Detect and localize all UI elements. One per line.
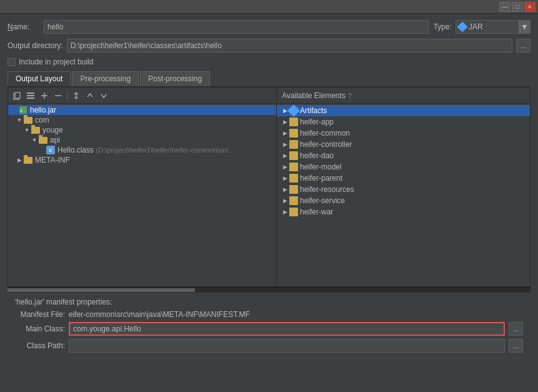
avail-label-artifacts: Artifacts <box>300 106 327 115</box>
svg-text:J: J <box>20 109 22 113</box>
close-button[interactable]: ✕ <box>524 2 536 12</box>
manifest-file-value: eifer-common\src\main\java\META-INF\MANI… <box>69 310 250 319</box>
avail-label-heifer-war: heifer-war <box>300 208 333 216</box>
module-icon-heifer-service <box>289 196 298 205</box>
avail-item-heifer-parent[interactable]: ▶ heifer-parent <box>277 173 530 184</box>
avail-item-heifer-common[interactable]: ▶ heifer-common <box>277 128 530 139</box>
tabs-bar: Output Layout Pre-processing Post-proces… <box>7 71 531 87</box>
avail-label-heifer-service: heifer-service <box>300 196 345 205</box>
avail-item-heifer-war[interactable]: ▶ heifer-war <box>277 206 530 218</box>
module-icon-heifer-parent <box>289 174 298 183</box>
tree-item-api[interactable]: ▼ api <box>8 135 276 145</box>
manifest-section: 'hello.jar' manifest properties: Manifes… <box>7 292 531 361</box>
class-path-input[interactable] <box>69 339 505 353</box>
folder-icon-api <box>38 136 48 144</box>
tree-arrow-api: ▼ <box>31 137 38 143</box>
type-section: Type: JAR ▼ <box>434 20 531 34</box>
type-dropdown-arrow[interactable]: ▼ <box>519 20 530 34</box>
tree-item-hello-jar[interactable]: J hello.jar <box>8 105 276 115</box>
sort-button[interactable] <box>70 89 82 102</box>
avail-label-heifer-parent: heifer-parent <box>300 174 342 183</box>
main-class-label: Main Class: <box>15 324 65 333</box>
move-down-button[interactable] <box>97 89 110 102</box>
module-icon-heifer-dao <box>289 151 298 160</box>
tree-arrow-youge: ▼ <box>23 127 31 133</box>
svg-rect-3 <box>27 95 34 96</box>
minimize-button[interactable]: — <box>499 2 511 12</box>
avail-label-heifer-controller: heifer-controller <box>300 140 352 149</box>
name-input[interactable] <box>44 20 429 34</box>
right-panel: Available Elements ? ▶ Artifacts ▶ heife… <box>277 88 530 286</box>
avail-item-heifer-model[interactable]: ▶ heifer-model <box>277 161 530 173</box>
heifer-model-arrow: ▶ <box>281 164 289 170</box>
include-build-row: Include in project build <box>7 58 531 66</box>
help-icon[interactable]: ? <box>348 92 352 99</box>
horizontal-scrollbar[interactable] <box>7 287 531 292</box>
svg-rect-1 <box>15 93 20 98</box>
available-elements-header: Available Elements ? <box>277 88 530 104</box>
class-icon: C <box>46 146 56 154</box>
output-dir-browse-button[interactable]: ... <box>516 39 531 53</box>
move-up-button[interactable] <box>84 89 96 102</box>
tab-pre-processing[interactable]: Pre-processing <box>72 71 139 86</box>
left-toolbar <box>8 88 276 104</box>
heifer-common-arrow: ▶ <box>281 130 289 136</box>
avail-label-heifer-common: heifer-common <box>300 129 350 138</box>
class-path-row: Class Path: ... <box>15 339 523 353</box>
main-class-browse-button[interactable]: ... <box>509 322 523 336</box>
available-elements-tree: ▶ Artifacts ▶ heifer-app ▶ heifer-common <box>277 104 530 286</box>
tree-item-meta-inf[interactable]: ▶ META-INF <box>8 155 276 165</box>
avail-item-heifer-controller[interactable]: ▶ heifer-controller <box>277 139 530 150</box>
avail-item-heifer-resources[interactable]: ▶ heifer-resources <box>277 184 530 195</box>
output-dir-label: Output directory: <box>7 41 63 50</box>
type-label: Type: <box>434 23 452 31</box>
title-bar: — □ ✕ <box>0 0 538 14</box>
tree-item-youge[interactable]: ▼ youge <box>8 125 276 135</box>
tree-arrow-meta-inf: ▶ <box>16 157 23 163</box>
left-panel: J hello.jar ▼ com ▼ <box>8 88 277 286</box>
remove-button[interactable] <box>52 89 64 102</box>
avail-item-heifer-app[interactable]: ▶ heifer-app <box>277 116 530 128</box>
avail-item-artifacts[interactable]: ▶ Artifacts <box>277 105 530 116</box>
tab-output-layout[interactable]: Output Layout <box>7 71 71 86</box>
avail-item-heifer-service[interactable]: ▶ heifer-service <box>277 195 530 206</box>
module-icon-heifer-war <box>289 208 298 216</box>
name-row: Name: Type: JAR ▼ <box>7 20 531 34</box>
type-select[interactable]: JAR ▼ <box>456 20 531 34</box>
jar-diamond-icon <box>457 22 468 33</box>
module-icon-heifer-controller <box>289 140 298 149</box>
tree-item-hello-class[interactable]: C Hello.class (D:\project\heifer1\heifer… <box>8 145 276 155</box>
heifer-parent-arrow: ▶ <box>281 175 289 181</box>
folder-icon-meta-inf <box>23 156 33 164</box>
tree-item-com[interactable]: ▼ com <box>8 115 276 125</box>
output-dir-input[interactable] <box>67 39 512 53</box>
output-dir-row: Output directory: ... <box>7 39 531 53</box>
main-class-input[interactable] <box>69 322 505 336</box>
list-button[interactable] <box>24 89 37 102</box>
jar-icon: J <box>18 106 28 114</box>
avail-label-heifer-model: heifer-model <box>300 163 342 171</box>
main-class-row: Main Class: ... <box>15 322 523 336</box>
avail-label-heifer-dao: heifer-dao <box>300 151 334 160</box>
main-area: J hello.jar ▼ com ▼ <box>7 87 531 287</box>
module-icon-heifer-app <box>289 118 298 126</box>
module-icon-heifer-common <box>289 129 298 138</box>
manifest-file-label: Manifest File: <box>15 310 65 319</box>
tab-post-processing[interactable]: Post-processing <box>140 71 210 86</box>
include-build-checkbox[interactable] <box>7 58 16 66</box>
copy-button[interactable] <box>11 89 23 102</box>
class-path-browse-button[interactable]: ... <box>509 339 523 353</box>
type-value: JAR <box>469 23 483 31</box>
artifacts-icon <box>287 104 300 117</box>
name-label: Name: <box>7 23 39 31</box>
include-build-label: Include in project build <box>19 58 93 66</box>
manifest-file-row: Manifest File: eifer-common\src\main\jav… <box>15 310 523 319</box>
avail-item-heifer-dao[interactable]: ▶ heifer-dao <box>277 150 530 161</box>
manifest-title: 'hello.jar' manifest properties: <box>15 298 523 306</box>
dialog: Name: Type: JAR ▼ Output directory: ... … <box>0 14 538 367</box>
module-icon-heifer-model <box>289 163 298 171</box>
heifer-service-arrow: ▶ <box>281 198 289 204</box>
svg-rect-4 <box>27 98 34 99</box>
maximize-button[interactable]: □ <box>512 2 523 12</box>
add-button[interactable] <box>38 89 51 102</box>
